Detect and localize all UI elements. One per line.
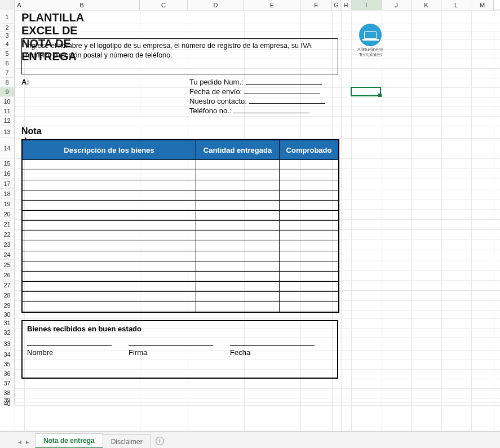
ship-date-field[interactable]: Fecha de envío: <box>189 87 320 96</box>
row-header-25[interactable]: 25 <box>0 260 15 270</box>
table-row[interactable] <box>23 230 338 241</box>
delivery-note-table[interactable]: Descripción de los bienes Cantidad entre… <box>21 139 339 313</box>
phone-field[interactable]: Teléfono no.: <box>189 107 309 115</box>
table-row[interactable] <box>23 291 338 301</box>
company-info-box[interactable]: Ingrese el nombre y el logotipo de su em… <box>21 38 338 74</box>
row-header-8[interactable]: 8 <box>0 78 15 87</box>
table-row[interactable] <box>23 271 338 281</box>
contact-label: Nuestro contacto: <box>189 97 247 105</box>
col-header-C[interactable]: C <box>140 0 188 10</box>
row-header-23[interactable]: 23 <box>0 239 15 250</box>
row-header-7[interactable]: 7 <box>0 68 15 78</box>
row-header-18[interactable]: 18 <box>0 189 15 199</box>
table-body[interactable] <box>23 159 338 312</box>
table-row[interactable] <box>23 301 338 312</box>
sig-sign-line[interactable] <box>129 345 213 346</box>
row-header-26[interactable]: 26 <box>0 270 15 280</box>
order-num-blank[interactable] <box>246 84 322 85</box>
sig-name-line[interactable] <box>27 345 112 346</box>
row-header-33[interactable]: 33 <box>0 338 15 350</box>
row-header-17[interactable]: 17 <box>0 179 15 189</box>
row-header-20[interactable]: 20 <box>0 209 15 219</box>
col-header-F[interactable]: F <box>300 0 332 10</box>
row-header-12[interactable]: 12 <box>0 116 15 126</box>
sheet-tab-active[interactable]: Nota de entrega <box>35 433 103 448</box>
row-header-36[interactable]: 36 <box>0 369 15 379</box>
row-header-28[interactable]: 28 <box>0 290 15 300</box>
row-header-22[interactable]: 22 <box>0 229 15 239</box>
signature-box[interactable]: Bienes recibidos en buen estado Nombre F… <box>21 320 338 379</box>
col-header-J[interactable]: J <box>382 0 411 10</box>
phone-blank[interactable] <box>233 113 309 113</box>
selected-cell[interactable] <box>351 87 381 96</box>
col-header-M[interactable]: M <box>471 0 494 10</box>
contact-field[interactable]: Nuestro contacto: <box>189 97 325 105</box>
sheet-nav-buttons[interactable]: ◄ ► <box>15 437 35 448</box>
spreadsheet-grid[interactable]: ABCDEFGHIJKLM 12345678910111213141516171… <box>0 0 500 431</box>
col-header-K[interactable]: K <box>411 0 441 10</box>
table-row[interactable] <box>23 180 338 190</box>
logo-text: AllBusiness Templates <box>357 47 384 58</box>
row-header-24[interactable]: 24 <box>0 250 15 260</box>
table-row[interactable] <box>23 241 338 251</box>
row-header-3[interactable]: 3 <box>0 32 15 39</box>
col-header-B[interactable]: B <box>24 0 140 10</box>
table-row[interactable] <box>23 210 338 220</box>
add-sheet-button[interactable]: + <box>151 434 169 448</box>
row-header-21[interactable]: 21 <box>0 219 15 229</box>
row-header-1[interactable]: 1 <box>0 10 15 24</box>
row-header-32[interactable]: 32 <box>0 328 15 338</box>
ship-date-blank[interactable] <box>244 94 320 94</box>
col-header-A[interactable]: A <box>15 0 24 10</box>
row-header-27[interactable]: 27 <box>0 280 15 290</box>
col-header-E[interactable]: E <box>244 0 300 10</box>
cells-area[interactable]: PLANTILLA EXCEL DE NOTA DE ENTREGA Ingre… <box>15 10 500 431</box>
order-num-field[interactable]: Tu pedido Num.: <box>189 78 322 86</box>
row-header-29[interactable]: 29 <box>0 300 15 311</box>
row-header-34[interactable]: 34 <box>0 350 15 360</box>
sheet-tab-disclaimer[interactable]: Disclaimer <box>103 434 151 448</box>
row-header-4[interactable]: 4 <box>0 39 15 49</box>
plus-icon: + <box>156 437 164 445</box>
row-header-19[interactable]: 19 <box>0 199 15 209</box>
table-row[interactable] <box>23 220 338 230</box>
sig-sign-col[interactable]: Firma <box>129 345 213 357</box>
col-header-L[interactable]: L <box>441 0 471 10</box>
select-all-corner[interactable] <box>0 0 15 10</box>
table-row[interactable] <box>23 159 338 170</box>
row-header-13[interactable]: 13 <box>0 126 15 138</box>
sig-name-col[interactable]: Nombre <box>27 345 112 357</box>
sig-date-col[interactable]: Fecha <box>230 345 315 357</box>
row-header-2[interactable]: 2 <box>0 24 15 32</box>
table-row[interactable] <box>23 281 338 291</box>
table-row[interactable] <box>23 251 338 261</box>
row-header-9[interactable]: 9 <box>0 87 15 97</box>
sig-date-label: Fecha <box>230 348 315 357</box>
table-row[interactable] <box>23 200 338 210</box>
row-header-31[interactable]: 31 <box>0 318 15 328</box>
row-header-30[interactable]: 30 <box>0 311 15 318</box>
col-header-G[interactable]: G <box>332 0 341 10</box>
row-header-16[interactable]: 16 <box>0 168 15 179</box>
company-line2: número, dirección postal y número de tel… <box>25 51 172 59</box>
sheet-tab-bar[interactable]: ◄ ► Nota de entrega Disclaimer + <box>0 431 500 448</box>
row-header-15[interactable]: 15 <box>0 158 15 168</box>
row-header-5[interactable]: 5 <box>0 49 15 59</box>
col-header-D[interactable]: D <box>188 0 244 10</box>
sheet-next-icon[interactable]: ► <box>25 439 30 445</box>
row-header-10[interactable]: 10 <box>0 97 15 107</box>
row-header-37[interactable]: 37 <box>0 379 15 388</box>
row-header-14[interactable]: 14 <box>0 138 15 158</box>
col-header-H[interactable]: H <box>341 0 351 10</box>
row-header-11[interactable]: 11 <box>0 107 15 116</box>
row-header-35[interactable]: 35 <box>0 360 15 369</box>
row-header-6[interactable]: 6 <box>0 59 15 68</box>
contact-blank[interactable] <box>249 103 325 104</box>
table-row[interactable] <box>23 261 338 271</box>
sig-date-line[interactable] <box>230 345 315 346</box>
sheet-prev-icon[interactable]: ◄ <box>17 439 23 445</box>
table-row[interactable] <box>23 170 338 180</box>
table-row[interactable] <box>23 190 338 200</box>
col-header-I[interactable]: I <box>351 0 382 10</box>
row-header-40[interactable]: 40 <box>0 402 15 405</box>
